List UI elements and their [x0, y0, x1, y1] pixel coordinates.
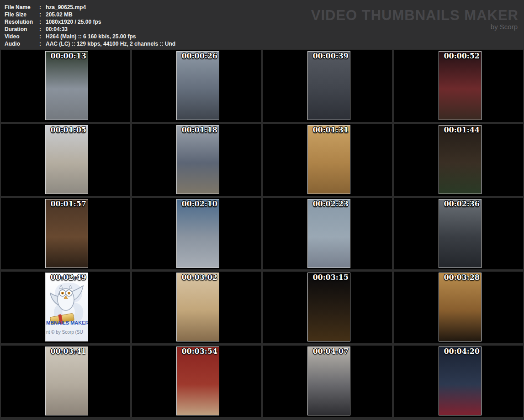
info-colon: : [39, 26, 46, 33]
info-label: Audio [5, 40, 39, 47]
info-colon: : [39, 4, 46, 11]
timestamp-overlay: 00:00:26 [181, 52, 217, 60]
file-info-header: File Name:hza_90625.mp4 File Size:205.02… [0, 0, 524, 49]
timestamp-overlay: 00:01:44 [444, 126, 480, 134]
timestamp-overlay: 00:03:54 [181, 347, 217, 356]
grid-cell: 00:03:41 [1, 346, 130, 417]
video-thumbnail: 00:04:20 [439, 346, 482, 415]
info-label: Duration [5, 26, 39, 33]
grid-cell: 00:03:15 [263, 272, 392, 343]
video-thumbnail: 00:03:54 [176, 346, 219, 415]
grid-cell: 00:00:26 [132, 50, 261, 122]
info-label: Resolution [5, 18, 39, 26]
timestamp-overlay: 00:03:28 [444, 273, 480, 282]
grid-cell: 00:01:05 [1, 124, 130, 196]
grid-cell: 00:01:44 [394, 124, 523, 196]
info-label: File Size [5, 11, 39, 18]
grid-cell: 00:04:20 [394, 346, 523, 417]
grid-cell: 00:00:39 [263, 50, 392, 122]
thumbnail-grid: 00:00:1300:00:2600:00:3900:00:5200:01:05… [0, 49, 524, 420]
thumbnail-sheet: File Name:hza_90625.mp4 File Size:205.02… [0, 0, 524, 420]
video-thumbnail: 00:04:07 [307, 346, 350, 415]
timestamp-overlay: 00:02:36 [444, 200, 480, 208]
watermark-copyright: nt © by Scorp (SU [46, 330, 83, 335]
info-value: 00:04:33 [46, 26, 68, 33]
video-thumbnail: 00:02:36 [439, 199, 482, 268]
watermark-title: MBNAILS MAKER 8 [46, 320, 88, 326]
info-label: Video [5, 33, 39, 40]
grid-cell: 00:01:31 [263, 124, 392, 196]
info-value: H264 (Main) :: 6 160 kb/s, 25.00 fps [46, 33, 136, 40]
timestamp-overlay: 00:00:13 [50, 52, 86, 60]
grid-cell: 8MBNAILS MAKER 8nt © by Scorp (SU00:02:4… [1, 272, 130, 343]
timestamp-overlay: 00:03:41 [50, 347, 86, 356]
grid-cell: 00:03:02 [132, 272, 261, 343]
grid-cell: 00:00:13 [1, 50, 130, 122]
app-byline: by Scorp [311, 23, 518, 31]
grid-cell: 00:01:57 [1, 198, 130, 270]
owl-logo-icon [48, 279, 84, 319]
app-branding: VIDEO THUMBNAILS MAKER by Scorp [311, 7, 519, 31]
video-thumbnail: 00:01:05 [45, 125, 88, 194]
info-row-video: Video:H264 (Main) :: 6 160 kb/s, 25.00 f… [5, 33, 524, 40]
app-title: VIDEO THUMBNAILS MAKER [311, 7, 519, 24]
grid-cell: 00:04:07 [263, 346, 392, 417]
grid-cell: 00:02:36 [394, 198, 523, 270]
video-thumbnail: 00:01:44 [439, 125, 482, 194]
video-thumbnail: 00:03:41 [45, 346, 88, 415]
grid-cell: 00:02:10 [132, 198, 261, 270]
timestamp-overlay: 00:02:49 [50, 273, 86, 282]
video-thumbnail: 00:03:28 [439, 273, 482, 341]
video-thumbnail: 00:02:23 [307, 199, 350, 268]
video-thumbnail: 00:00:52 [439, 51, 482, 120]
video-thumbnail: 00:00:13 [45, 51, 88, 120]
timestamp-overlay: 00:01:31 [312, 126, 349, 134]
video-thumbnail: 00:01:18 [176, 125, 219, 194]
timestamp-overlay: 00:00:52 [444, 52, 480, 60]
timestamp-overlay: 00:01:57 [50, 200, 86, 208]
grid-cell: 00:00:52 [394, 50, 523, 122]
timestamp-overlay: 00:01:05 [50, 126, 86, 134]
info-value: AAC (LC) :: 129 kbps, 44100 Hz, 2 channe… [46, 40, 175, 47]
video-thumbnail: 00:01:31 [307, 125, 350, 194]
video-thumbnail: 00:03:15 [307, 273, 350, 341]
timestamp-overlay: 00:02:10 [181, 200, 217, 208]
video-thumbnail: 8MBNAILS MAKER 8nt © by Scorp (SU00:02:4… [45, 273, 88, 341]
info-value: 205.02 MB [46, 11, 73, 18]
info-value: hza_90625.mp4 [46, 4, 86, 11]
timestamp-overlay: 00:03:15 [312, 273, 349, 282]
grid-cell: 00:02:23 [263, 198, 392, 270]
timestamp-overlay: 00:03:02 [181, 273, 217, 282]
timestamp-overlay: 00:04:07 [312, 347, 349, 356]
video-thumbnail: 00:00:26 [176, 51, 219, 120]
timestamp-overlay: 00:04:20 [444, 347, 480, 356]
grid-cell: 00:03:54 [132, 346, 261, 417]
info-colon: : [39, 40, 46, 47]
timestamp-overlay: 00:02:23 [312, 200, 349, 208]
info-colon: : [39, 11, 46, 18]
grid-cell: 00:01:18 [132, 124, 261, 196]
timestamp-overlay: 00:01:18 [181, 126, 217, 134]
video-thumbnail: 00:03:02 [176, 273, 219, 341]
timestamp-overlay: 00:00:39 [312, 52, 349, 60]
grid-cell: 00:03:28 [394, 272, 523, 343]
video-thumbnail: 00:01:57 [45, 199, 88, 268]
info-row-audio: Audio:AAC (LC) :: 129 kbps, 44100 Hz, 2 … [5, 40, 524, 47]
info-colon: : [39, 33, 46, 40]
info-label: File Name [5, 4, 39, 11]
video-thumbnail: 00:00:39 [307, 51, 350, 120]
info-colon: : [39, 18, 46, 26]
info-value: 1080x1920 / 25.00 fps [46, 18, 101, 26]
video-thumbnail: 00:02:10 [176, 199, 219, 268]
